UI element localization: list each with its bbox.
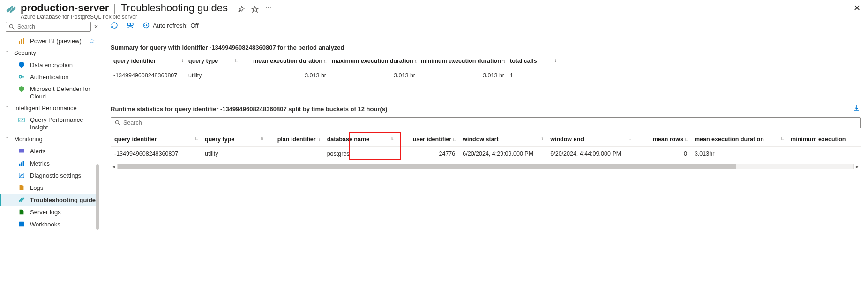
col-query-type[interactable]: query type↑↓ [186, 54, 240, 68]
svg-point-13 [130, 23, 133, 26]
sidebar-item-authentication[interactable]: Authentication [0, 71, 99, 83]
refresh-icon[interactable] [111, 22, 118, 29]
sidebar-item-server-logs[interactable]: Server logs [0, 206, 99, 218]
col-mean-rows[interactable]: mean rows↑↓ [634, 132, 691, 147]
col-total-calls[interactable]: total calls↑↓ [507, 54, 559, 68]
sidebar-label: Logs [30, 184, 43, 191]
alerts-icon [18, 147, 25, 155]
server-name: production-server [21, 2, 109, 14]
sidebar-scrollbar-thumb[interactable] [96, 164, 99, 230]
cell-mexec: 3.013hr [691, 147, 787, 161]
toolbar: Auto refresh: Off [111, 19, 861, 34]
favorite-icon[interactable] [251, 6, 259, 13]
col-window-end[interactable]: window end↑↓ [546, 132, 634, 147]
col-query-identifier[interactable]: query identifier↑↓ [111, 132, 201, 147]
sidebar-search[interactable] [6, 22, 91, 32]
sidebar-section-monitoring[interactable]: › Monitoring [0, 133, 99, 145]
col-query-type[interactable]: query type↑↓ [201, 132, 267, 147]
sidebar-item-defender[interactable]: Microsoft Defender for Cloud [0, 83, 99, 102]
cell-minexec [787, 147, 861, 161]
cell-mean: 3.013 hr [240, 68, 329, 83]
runtime-search-input[interactable] [123, 120, 856, 126]
cell-qid: -1349949608248360807 [111, 147, 201, 161]
svg-rect-5 [19, 118, 24, 122]
download-icon[interactable] [853, 105, 861, 113]
page-header: production-server | Troubleshooting guid… [0, 0, 868, 19]
col-plan-id[interactable]: plan identifier↑↓ [267, 132, 323, 147]
powerbi-icon [18, 37, 25, 45]
col-min-exec[interactable]: minimum execution [787, 132, 861, 147]
favorite-star-icon[interactable]: ☆ [89, 37, 95, 45]
runtime-search[interactable] [111, 117, 861, 128]
troubleshoot-icon [6, 4, 17, 15]
cell-qtype: utility [186, 68, 240, 83]
sidebar-label: Alerts [30, 148, 45, 155]
svg-point-0 [10, 25, 13, 28]
sidebar-section-label: Intelligent Performance [14, 105, 77, 112]
sidebar-item-powerbi[interactable]: Power BI (preview) ☆ [0, 35, 99, 47]
more-icon[interactable]: ··· [265, 6, 273, 13]
chevron-down-icon: › [5, 51, 10, 55]
sidebar-clear-button[interactable]: ✕ [94, 23, 98, 30]
feedback-icon[interactable] [127, 22, 134, 29]
sidebar-section-intelligent[interactable]: › Intelligent Performance [0, 102, 99, 114]
runtime-title: Runtime statistics for query identifier … [111, 105, 387, 113]
summary-title: Summary for query with identifier -13499… [111, 44, 861, 51]
col-min-exec[interactable]: minimum execution duration↑↓ [418, 54, 507, 68]
page-title: Troubleshooting guides [121, 2, 228, 14]
sidebar-label: Troubleshooting guides [30, 196, 99, 203]
sidebar-label: Metrics [30, 160, 50, 167]
cell-calls: 1 [507, 68, 559, 83]
chevron-down-icon: › [5, 106, 10, 111]
table-row[interactable]: -1349949608248360807 utility 3.013 hr 3.… [111, 68, 861, 83]
cell-wstart: 6/20/2024, 4:29:09.000 PM [459, 147, 546, 161]
sidebar-item-data-encryption[interactable]: Data encryption [0, 59, 99, 71]
cell-mrows: 0 [634, 147, 691, 161]
svg-point-14 [116, 121, 119, 124]
col-mean-exec[interactable]: mean execution duration↑↓ [691, 132, 787, 147]
metrics-icon [18, 159, 25, 167]
sidebar-item-troubleshooting[interactable]: Troubleshooting guides [0, 194, 99, 206]
pin-icon[interactable] [237, 6, 245, 13]
sidebar-item-alerts[interactable]: Alerts [0, 145, 99, 157]
sidebar-section-security[interactable]: › Security [0, 47, 99, 59]
svg-rect-1 [19, 41, 20, 44]
col-query-identifier[interactable]: query identifier↑↓ [111, 54, 186, 68]
sidebar: ✕ « Power BI (preview) ☆ › Security Data… [0, 19, 99, 286]
col-window-start[interactable]: window start↑↓ [459, 132, 546, 147]
horizontal-scrollbar[interactable]: ◄ ► [111, 163, 861, 170]
cell-db: postgres [323, 147, 397, 161]
shield-icon [18, 61, 25, 68]
table-row[interactable]: -1349949608248360807 utility postgres 24… [111, 147, 861, 161]
sidebar-item-logs[interactable]: Logs [0, 181, 99, 194]
svg-rect-6 [19, 149, 24, 153]
cell-plan [267, 147, 323, 161]
auto-refresh-value: Off [190, 22, 198, 29]
sidebar-item-qpi[interactable]: Query Performance Insight [0, 114, 99, 133]
sidebar-label: Server logs [30, 209, 61, 216]
auto-refresh-label: Auto refresh: [153, 22, 187, 29]
scroll-left-arrow[interactable]: ◄ [111, 164, 117, 169]
scroll-thumb[interactable] [118, 164, 736, 169]
col-mean-exec[interactable]: mean execution duration↑↓ [240, 54, 329, 68]
col-max-exec[interactable]: maximum execution duration↑↓ [329, 54, 418, 68]
sidebar-section-label: Security [14, 49, 36, 56]
svg-rect-9 [23, 161, 24, 166]
scroll-track[interactable] [117, 164, 854, 169]
sidebar-label: Data encryption [30, 61, 73, 68]
scroll-right-arrow[interactable]: ► [854, 164, 861, 169]
close-button[interactable]: ✕ [853, 3, 861, 13]
sidebar-item-metrics[interactable]: Metrics [0, 157, 99, 169]
svg-point-12 [127, 23, 130, 26]
server-logs-icon [18, 208, 25, 216]
col-db-name[interactable]: database name↑↓ [323, 132, 397, 147]
diagnostic-icon [18, 172, 25, 179]
sidebar-label: Authentication [30, 74, 68, 81]
sidebar-item-diagnostic[interactable]: Diagnostic settings [0, 169, 99, 181]
main-content: Auto refresh: Off Summary for query with… [99, 19, 868, 286]
sidebar-search-input[interactable] [17, 23, 88, 30]
sidebar-item-workbooks[interactable]: Workbooks [0, 218, 99, 230]
svg-rect-3 [23, 38, 24, 44]
col-user-id[interactable]: user identifier↑↓ [397, 132, 459, 147]
auto-refresh-toggle[interactable]: Auto refresh: Off [142, 22, 199, 29]
